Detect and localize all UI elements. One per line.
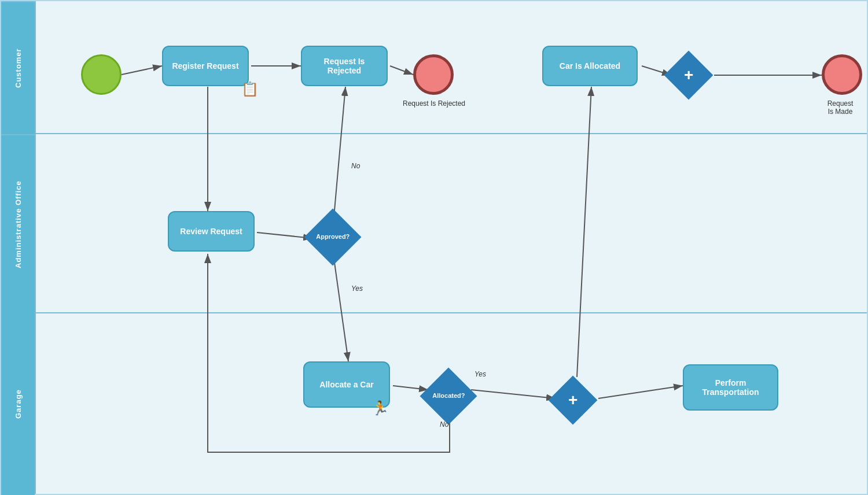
approved-gateway: Approved? xyxy=(304,209,362,266)
diagram-container: Customer Administrative Office Garage xyxy=(0,0,868,495)
lane-divider-1 xyxy=(36,133,867,134)
lane-customer-label: Customer xyxy=(1,1,35,134)
svg-line-6 xyxy=(334,87,345,217)
parallel-gateway-2: + xyxy=(549,376,598,425)
svg-line-4 xyxy=(390,66,413,75)
lane-admin-label: Administrative Office xyxy=(1,134,35,313)
allocated-gateway: Allocated? xyxy=(420,368,477,425)
svg-line-1 xyxy=(122,66,162,75)
car-allocated-task: Car Is Allocated xyxy=(542,46,638,86)
svg-line-10 xyxy=(598,386,683,398)
start-event xyxy=(81,54,122,95)
lane-divider-2 xyxy=(36,312,867,313)
lane-garage-label: Garage xyxy=(1,313,35,495)
end-rejected-label: Request Is Rejected xyxy=(396,99,472,108)
no-label-approved: No xyxy=(351,162,360,170)
perform-transportation-task: PerformTransportation xyxy=(683,364,778,411)
request-rejected-task: Request IsRejected xyxy=(301,46,388,86)
svg-line-11 xyxy=(577,87,591,377)
canvas-area: Register Request 📋 Request IsRejected Re… xyxy=(36,1,867,494)
no-label-allocated: No xyxy=(440,420,448,428)
allocate-car-icon: 🏃 xyxy=(372,400,389,416)
svg-line-9 xyxy=(471,390,556,398)
end-made-label: RequestIs Made xyxy=(806,99,867,116)
yes-label-approved: Yes xyxy=(351,285,363,293)
end-event-made xyxy=(822,54,862,95)
end-event-rejected xyxy=(413,54,454,95)
review-request-task: Review Request xyxy=(168,211,255,252)
register-request-icon: 📋 xyxy=(241,81,259,97)
register-request-task: Register Request xyxy=(162,46,249,86)
yes-label-allocated: Yes xyxy=(475,370,486,378)
svg-line-8 xyxy=(393,386,428,390)
parallel-gateway-1: + xyxy=(664,51,713,100)
svg-line-7 xyxy=(334,258,348,361)
lane-labels: Customer Administrative Office Garage xyxy=(1,1,36,494)
